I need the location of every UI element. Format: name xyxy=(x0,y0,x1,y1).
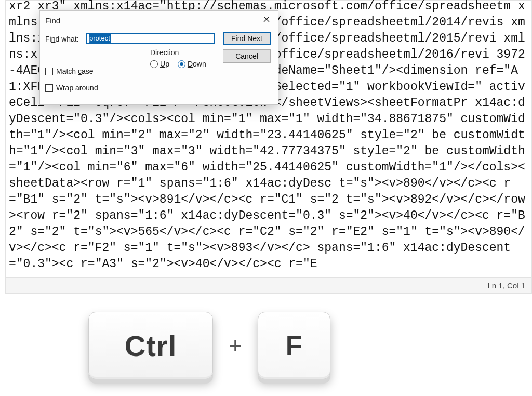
find-next-button[interactable]: Find Next xyxy=(223,32,271,45)
find-what-label: Find what: xyxy=(45,35,79,43)
direction-up-radio[interactable]: Up xyxy=(150,60,169,68)
cancel-button[interactable]: Cancel xyxy=(223,49,271,63)
close-icon[interactable] xyxy=(255,11,278,28)
find-what-input[interactable]: protect xyxy=(86,33,215,44)
wrap-around-checkbox[interactable]: Wrap around xyxy=(45,84,98,92)
status-bar: Ln 1, Col 1 xyxy=(6,277,531,293)
f-key-icon: F xyxy=(258,312,330,379)
direction-group-label: Direction xyxy=(150,48,217,57)
find-dialog: Find Find what: protect Find Next Cancel… xyxy=(39,10,278,105)
direction-group: Direction Up Down xyxy=(150,48,217,80)
plus-icon: + xyxy=(229,333,242,359)
shortcut-illustration: Ctrl + F xyxy=(88,312,330,379)
direction-down-radio[interactable]: Down xyxy=(178,60,206,68)
ctrl-key-icon: Ctrl xyxy=(88,312,213,379)
match-case-checkbox[interactable]: Match case xyxy=(45,67,94,75)
find-what-value: protect xyxy=(89,34,111,43)
cursor-position: Ln 1, Col 1 xyxy=(487,281,525,290)
find-dialog-title: Find xyxy=(45,16,60,25)
find-dialog-titlebar[interactable]: Find xyxy=(40,11,278,30)
